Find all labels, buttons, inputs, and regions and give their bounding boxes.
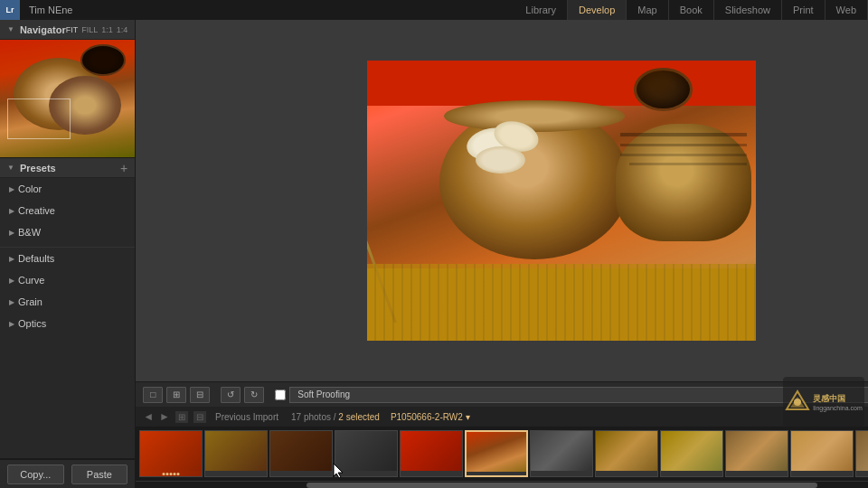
tab-map[interactable]: Map	[627, 0, 668, 20]
left-panel: ▼ Navigator FIT FILL 1:1 1:4	[0, 20, 136, 488]
rotate-left-btn[interactable]: ↺	[221, 387, 241, 403]
watermark-url: lingganchina.com	[813, 405, 862, 411]
preset-group-color-header[interactable]: ▶ Color	[0, 180, 135, 198]
rotate-right-btn[interactable]: ↻	[244, 387, 264, 403]
fit-btn-1to1[interactable]: 1:1	[101, 25, 113, 34]
filmstrip-count: 17 photos / 2 selected	[291, 412, 380, 422]
fit-btn-fit[interactable]: FIT	[66, 25, 79, 34]
preset-group-optics: ▶ Optics	[0, 313, 135, 334]
preset-group-bw-header[interactable]: ▶ B&W	[0, 223, 135, 241]
copy-button[interactable]: Copy...	[7, 465, 64, 484]
filmstrip-prev-nav[interactable]: ◄	[143, 410, 154, 423]
preset-bw-arrow: ▶	[9, 229, 14, 237]
navigator-header[interactable]: ▼ Navigator FIT FILL 1:1 1:4	[0, 20, 135, 40]
preset-group-optics-header[interactable]: ▶ Optics	[0, 314, 135, 333]
film-thumb-12[interactable]	[855, 430, 868, 477]
dot	[174, 473, 176, 475]
paste-button[interactable]: Paste	[71, 465, 128, 484]
toolbar: □ ⊞ ⊟ ↺ ↻ Soft Proofing	[136, 381, 868, 407]
main-image-area[interactable]	[136, 20, 868, 381]
preset-group-curve-header[interactable]: ▶ Curve	[0, 271, 135, 289]
soft-proofing-select[interactable]: Soft Proofing	[289, 387, 868, 403]
filmstrip-single-btn[interactable]: ⊟	[193, 411, 206, 423]
tab-web[interactable]: Web	[826, 0, 868, 20]
presets-collapse-icon: ▼	[7, 164, 14, 172]
tab-slideshow[interactable]: Slideshow	[714, 0, 782, 20]
preset-group-grain: ▶ Grain	[0, 291, 135, 313]
filmstrip-next-nav[interactable]: ►	[159, 410, 170, 423]
main-photo	[367, 61, 756, 341]
app-title: Tim NEne	[25, 5, 73, 15]
filmstrip-scroll-thumb[interactable]	[307, 483, 817, 488]
filmstrip-collection[interactable]: P1050666-2-RW2 ▾	[391, 412, 470, 422]
preset-creative-label: Creative	[18, 205, 55, 216]
preset-defaults-label: Defaults	[18, 253, 54, 264]
preset-color-label: Color	[18, 183, 42, 194]
presets-add-button[interactable]: +	[120, 161, 127, 175]
preset-defaults-arrow: ▶	[9, 255, 14, 263]
filmstrip-selected-count: 2 selected	[338, 412, 380, 422]
preset-grain-label: Grain	[18, 296, 42, 307]
preset-group-creative-header[interactable]: ▶ Creative	[0, 202, 135, 220]
svg-point-4	[794, 399, 801, 406]
fit-btn-1to4[interactable]: 1:4	[117, 25, 128, 34]
filmstrip-scrollbar[interactable]	[136, 481, 868, 488]
film-thumb-9[interactable]	[660, 430, 723, 477]
tab-develop[interactable]: Develop	[568, 0, 627, 20]
preset-group-creative: ▶ Creative	[0, 200, 135, 221]
film-thumb-2[interactable]	[204, 430, 268, 477]
center-panel: □ ⊞ ⊟ ↺ ↻ Soft Proofing ◄ ► ⊞ ⊟ Previous…	[136, 20, 868, 488]
navigator-section: ▼ Navigator FIT FILL 1:1 1:4	[0, 20, 135, 158]
preset-group-curve: ▶ Curve	[0, 269, 135, 291]
main-layout: ▼ Navigator FIT FILL 1:1 1:4	[0, 20, 868, 488]
tab-library[interactable]: Library	[514, 0, 568, 20]
view-survey-btn[interactable]: ⊟	[190, 387, 210, 403]
filmstrip-nav-bar: ◄ ► ⊞ ⊟ Previous Import 17 photos / 2 se…	[136, 407, 868, 427]
presets-section: ▼ Presets + ▶ Color ▶ Creative ▶ B&W	[0, 158, 135, 459]
tab-book[interactable]: Book	[669, 0, 714, 20]
filmstrip	[136, 427, 868, 481]
film-thumb-10[interactable]	[725, 430, 788, 477]
dot	[177, 473, 180, 475]
preset-group-color: ▶ Color	[0, 178, 135, 200]
preset-group-bw: ▶ B&W	[0, 221, 135, 243]
watermark-text-block: 灵感中国 lingganchina.com	[813, 393, 862, 411]
film-thumb-3[interactable]	[269, 430, 333, 477]
navigator-fit-buttons: FIT FILL 1:1 1:4	[66, 25, 128, 34]
preset-grain-arrow: ▶	[9, 298, 14, 306]
presets-header[interactable]: ▼ Presets +	[0, 158, 135, 178]
film-thumb-4[interactable]	[335, 430, 398, 477]
nav-tabs: Library Develop Map Book Slideshow Print…	[514, 0, 868, 20]
preset-curve-arrow: ▶	[9, 277, 14, 285]
tab-print[interactable]: Print	[782, 0, 826, 20]
watermark-svg	[785, 389, 810, 415]
film-thumb-11[interactable]	[790, 430, 854, 477]
fit-btn-fill[interactable]: FILL	[81, 25, 98, 34]
navigator-image[interactable]	[0, 40, 135, 157]
film-thumb-6[interactable]	[465, 430, 528, 477]
film-thumb-1[interactable]	[139, 430, 203, 477]
top-nav-bar: Lr Tim NEne Library Develop Map Book Sli…	[0, 0, 868, 20]
preset-curve-label: Curve	[18, 275, 44, 286]
view-compare-btn[interactable]: ⊞	[166, 387, 186, 403]
soft-proofing-checkbox[interactable]	[275, 389, 286, 400]
film-thumb-5[interactable]	[400, 430, 463, 477]
film-thumb-7[interactable]	[530, 430, 593, 477]
filmstrip-grid-btn[interactable]: ⊞	[175, 411, 188, 423]
preset-group-grain-header[interactable]: ▶ Grain	[0, 293, 135, 311]
navigator-collapse-icon: ▼	[7, 25, 14, 33]
view-single-btn[interactable]: □	[143, 387, 163, 403]
watermark: 灵感中国 lingganchina.com	[783, 377, 864, 427]
preset-group-defaults: ▶ Defaults	[0, 247, 135, 269]
watermark-logo	[785, 389, 810, 415]
navigator-title: Navigator	[20, 24, 66, 35]
preset-group-defaults-header[interactable]: ▶ Defaults	[0, 249, 135, 267]
watermark-chinese: 灵感中国	[813, 393, 862, 405]
preset-optics-label: Optics	[18, 318, 46, 329]
dot	[163, 473, 165, 475]
preset-creative-arrow: ▶	[9, 207, 14, 215]
presets-title: Presets	[20, 163, 56, 174]
preset-bw-label: B&W	[18, 227, 41, 238]
red-bg	[367, 61, 756, 106]
film-thumb-8[interactable]	[595, 430, 658, 477]
